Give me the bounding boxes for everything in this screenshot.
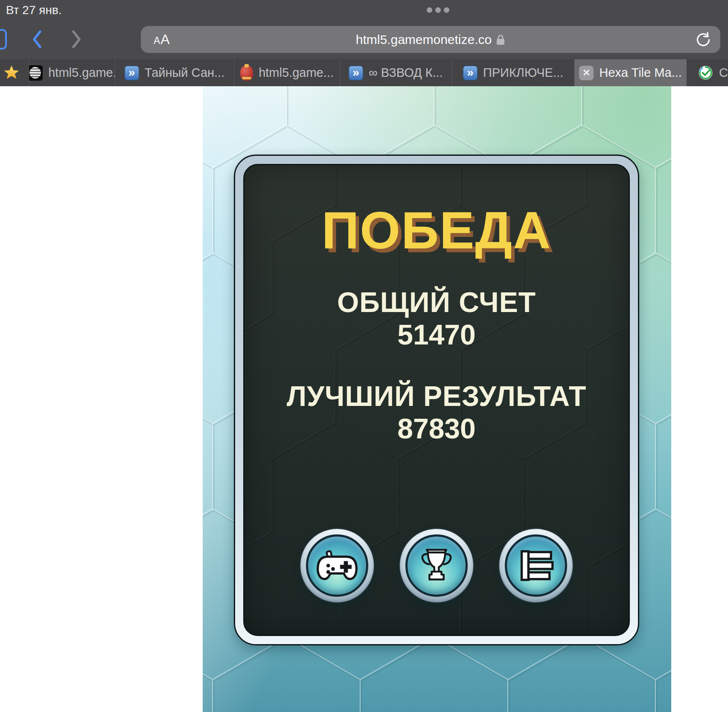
sidebar-icon[interactable] <box>0 29 7 50</box>
best-score-label: ЛУЧШИЙ РЕЗУЛЬТАТ <box>287 382 587 410</box>
tab-html5-game-2[interactable]: html5.game... <box>234 59 340 86</box>
url-text: html5.gamemonetize.co <box>356 32 492 47</box>
red-ornament-icon <box>240 65 253 81</box>
fast-forward-icon: » <box>463 66 478 80</box>
total-score-label: ОБЩИЙ СЧЕТ <box>337 288 536 316</box>
fast-forward-icon: » <box>125 66 139 80</box>
tab-label: Hexa Tile Ma... <box>599 66 681 80</box>
tab-label: ∞ ВЗВОД К... <box>369 66 443 80</box>
browser-toolbar: AA html5.gamemonetize.co <box>0 20 728 59</box>
play-button[interactable] <box>300 528 375 603</box>
back-button[interactable] <box>31 29 43 50</box>
lock-icon <box>496 34 505 46</box>
status-date: Вт 27 янв. <box>6 3 62 17</box>
trophy-icon <box>418 546 455 585</box>
status-bar: Вт 27 янв. <box>0 0 728 20</box>
best-score-value: 87830 <box>397 414 476 443</box>
close-tab-icon[interactable]: ✕ <box>579 66 594 80</box>
action-buttons <box>300 528 574 603</box>
address-bar[interactable]: AA html5.gamemonetize.co <box>141 26 720 53</box>
screen: Вт 27 янв. AA html5.gamemonetize.co <box>0 0 728 712</box>
multitask-dots-icon[interactable] <box>427 7 449 13</box>
tab-label: html5.game... <box>259 66 334 80</box>
green-check-icon <box>698 65 713 81</box>
gamepad-icon <box>317 550 358 581</box>
star-icon <box>4 66 19 80</box>
tab-html5-game-1[interactable]: html5.game. <box>29 59 115 86</box>
browser-chrome: Вт 27 янв. AA html5.gamemonetize.co <box>0 0 728 86</box>
disco-ball-icon <box>29 65 43 81</box>
tab-label: Тайный Сан... <box>145 66 224 80</box>
tab-bar: html5.game. » Тайный Сан... html5.game..… <box>0 59 728 86</box>
tab-vzvod[interactable]: » ∞ ВЗВОД К... <box>340 59 452 86</box>
total-score-value: 51470 <box>397 321 476 349</box>
leaderboard-button[interactable] <box>498 528 574 603</box>
forward-button[interactable] <box>71 29 83 50</box>
tab-secret-santa[interactable]: » Тайный Сан... <box>115 59 234 86</box>
victory-title: ПОБЕДА <box>322 204 552 257</box>
fast-forward-icon: » <box>349 66 363 80</box>
tab-label: ПРИКЛЮЧЕ... <box>483 66 563 80</box>
tab-adventure[interactable]: » ПРИКЛЮЧЕ... <box>452 59 574 86</box>
reader-mode-button[interactable]: AA <box>154 32 170 47</box>
tab-label: Сб <box>719 66 728 80</box>
tab-favorites[interactable] <box>0 59 29 86</box>
leaderboard-icon <box>517 549 555 582</box>
tab-label: html5.game. <box>48 66 115 80</box>
tab-hexa-tile-active[interactable]: ✕ Hexa Tile Ma... <box>574 59 687 86</box>
trophy-button[interactable] <box>399 528 474 603</box>
reload-icon[interactable] <box>694 30 713 49</box>
tab-sber[interactable]: Сб <box>687 59 728 86</box>
page-content: ПОБЕДА ОБЩИЙ СЧЕТ 51470 ЛУЧШИЙ РЕЗУЛЬТАТ… <box>0 86 728 712</box>
result-panel: ПОБЕДА ОБЩИЙ СЧЕТ 51470 ЛУЧШИЙ РЕЗУЛЬТАТ… <box>234 155 639 645</box>
game-canvas: ПОБЕДА ОБЩИЙ СЧЕТ 51470 ЛУЧШИЙ РЕЗУЛЬТАТ… <box>203 86 671 712</box>
